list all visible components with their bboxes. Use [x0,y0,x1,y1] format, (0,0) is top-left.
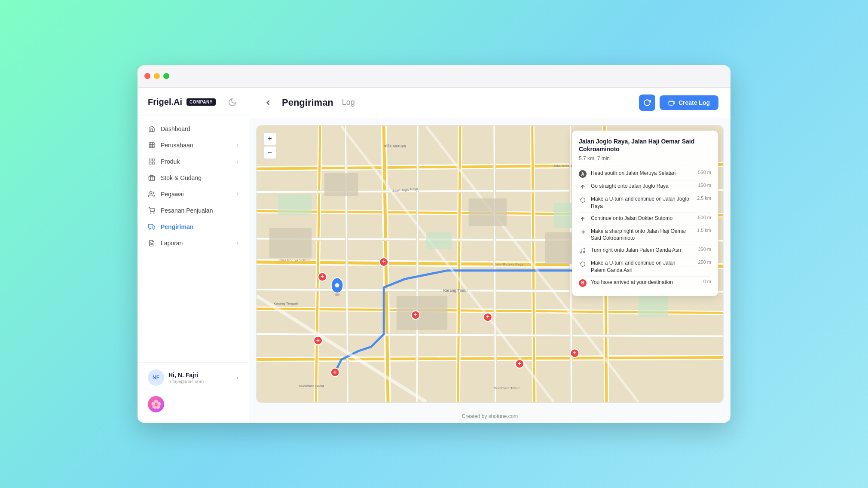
svg-rect-9 [149,224,153,228]
dir-text-4: Make a sharp right onto Jalan Haji Oemar… [591,228,690,242]
zoom-out-button[interactable]: − [263,146,276,159]
sidebar-item-stok-gudang[interactable]: Stok & Gudang [138,170,249,186]
chevron-pegawai: › [237,191,238,197]
user-section[interactable]: NF Hi, N. Fajri n.fajri@mail.com › [138,362,249,393]
svg-text:+: + [414,311,417,318]
warehouse-icon [148,174,156,182]
sidebar: Frigel.Ai COMPANY [138,88,249,423]
flower-icon: 🌸 [148,396,164,412]
sidebar-item-pengiriman[interactable]: Pengiriman [138,219,249,235]
app-window: Frigel.Ai COMPANY [138,65,730,423]
svg-point-84 [335,283,339,287]
main-content: Pengiriman Log [249,88,730,423]
back-button[interactable] [261,96,275,110]
dir-text-5: Turn right onto Jalan Palem Ganda Asri [591,247,690,254]
svg-text:+: + [333,368,337,375]
dir-icon-2 [579,196,587,204]
dir-icon-6 [579,260,587,268]
titlebar [138,65,730,88]
svg-point-7 [150,213,151,213]
user-chevron-icon: › [236,374,238,381]
svg-text:Karang Tengah: Karang Tengah [273,301,298,305]
svg-text:Villa Meruya: Villa Meruya [384,144,406,148]
sidebar-item-laporan[interactable]: Laporan › [138,235,249,251]
page-header: Pengiriman Log [249,88,730,118]
sidebar-label-pengiriman: Pengiriman [161,223,193,230]
sidebar-item-produk[interactable]: Produk › [138,153,249,170]
truck-icon [148,223,156,231]
svg-point-99 [581,252,582,253]
dir-dist-7: 0 m [694,279,711,284]
dir-icon-4 [579,228,587,236]
svg-point-10 [149,228,150,229]
dir-dist-2: 2.5 km [694,195,711,201]
close-button[interactable] [144,73,150,79]
sidebar-label-produk: Produk [161,158,180,165]
direction-item-5: Turn right onto Jalan Palem Ganda Asri 3… [579,244,711,257]
dir-text-1: Go straight onto Jalan Joglo Raya [591,183,690,190]
svg-rect-5 [149,176,154,180]
sidebar-label-perusahaan: Perusahaan [161,142,193,149]
sidebar-label-laporan: Laporan [161,240,183,247]
svg-text:Sudimara Timur: Sudimara Timur [494,386,520,390]
svg-rect-1 [149,159,151,161]
user-email: n.fajri@mail.com [168,379,232,384]
user-name: Hi, N. Fajri [168,372,232,378]
moon-icon[interactable] [228,98,237,107]
svg-point-85 [335,293,340,296]
maximize-button[interactable] [163,73,169,79]
svg-text:Jalan Meruya Selatan: Jalan Meruya Selatan [278,258,310,262]
svg-rect-3 [152,162,154,164]
grid-icon [148,158,156,165]
svg-rect-58 [426,232,452,249]
map-controls: + − [263,132,276,159]
dir-icon-0: A [579,170,587,178]
svg-line-49 [417,126,418,402]
sidebar-label-pegawai: Pegawai [161,191,184,198]
dir-text-3: Continue onto Jalan Dokter Sutomo [591,215,690,222]
svg-text:Jakarta Barat: Jakarta Barat [553,163,574,167]
create-log-button[interactable]: Create Log [660,95,718,110]
header-actions: Create Log [639,95,718,111]
svg-rect-64 [469,198,507,226]
minimize-button[interactable] [154,73,160,79]
refresh-button[interactable] [639,95,655,111]
logo-text: Frigel.Ai [148,97,182,107]
directions-panel: Jalan Joglo Raya, Jalan Haji Oemar Said … [572,131,718,296]
svg-rect-4 [149,162,151,164]
dir-icon-1 [579,183,587,191]
dir-dist-4: 1.5 km [694,228,711,233]
directions-meta: 5.7 km, 7 min [579,156,711,162]
user-avatar: NF [148,369,164,386]
page-title: Pengiriman [282,97,333,108]
zoom-in-button[interactable]: + [263,132,276,145]
app-layout: Frigel.Ai COMPANY [138,88,730,423]
report-icon [148,239,156,247]
footer-credit: Created by shotune.com [249,410,730,423]
sidebar-label-pesanan-penjualan: Pesanan Penjualan [161,207,213,214]
sidebar-item-pesanan-penjualan[interactable]: Pesanan Penjualan [138,202,249,219]
sidebar-label-stok-gudang: Stok & Gudang [161,174,202,181]
map-container[interactable]: + + + + [256,125,724,403]
nav-menu: Dashboard Perusahaan › [138,116,249,363]
traffic-lights [144,73,169,79]
sidebar-item-perusahaan[interactable]: Perusahaan › [138,137,249,153]
svg-text:+: + [321,273,324,280]
svg-text:+: + [486,313,489,320]
direction-item-6: Make a U-turn and continue on Jalan Pale… [579,257,711,277]
svg-rect-60 [639,296,668,317]
dir-icon-3 [579,215,587,223]
sidebar-item-pegawai[interactable]: Pegawai › [138,186,249,202]
svg-point-11 [153,228,154,229]
chevron-produk: › [237,159,238,165]
svg-rect-57 [278,194,312,215]
dir-text-7: You have arrived at your destination [591,279,690,286]
building-icon [148,141,156,149]
svg-rect-63 [397,296,447,330]
directions-list: A Head south on Jalan Meruya Selatan 550… [579,168,711,289]
dir-icon-7: B [579,279,587,287]
svg-rect-61 [269,228,312,258]
sidebar-item-dashboard[interactable]: Dashboard [138,121,249,137]
sidebar-label-dashboard: Dashboard [161,125,190,132]
svg-rect-62 [324,173,358,196]
